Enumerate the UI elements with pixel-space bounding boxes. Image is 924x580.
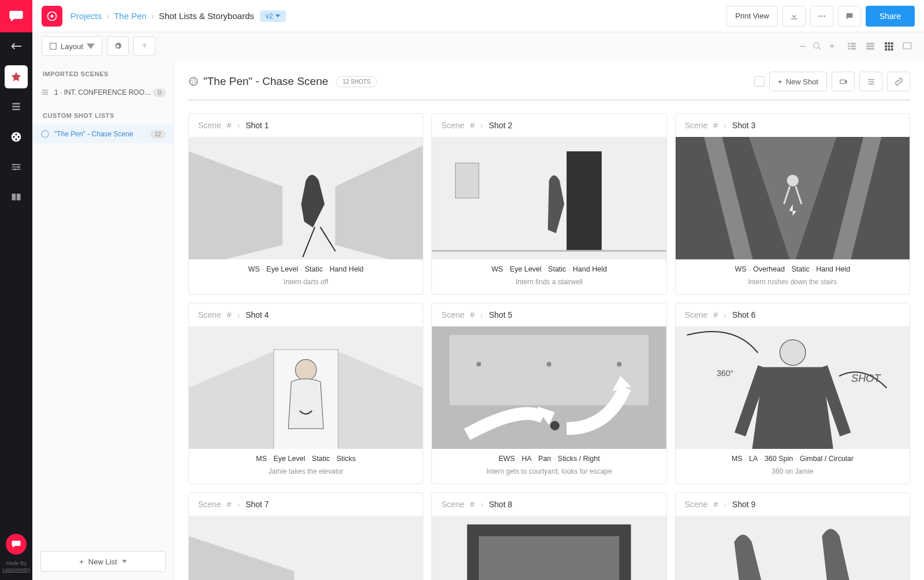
rail-item-library[interactable] — [5, 185, 28, 209]
storyboard-image[interactable] — [432, 137, 666, 259]
svg-point-25 — [295, 359, 316, 380]
shot-label: Shot 8 — [489, 500, 512, 509]
scene-hash: # — [227, 310, 232, 319]
export-button[interactable] — [783, 6, 806, 27]
storyboard-image[interactable] — [676, 516, 910, 580]
add-columns-button[interactable] — [859, 72, 882, 91]
select-all-checkbox[interactable] — [754, 76, 765, 87]
scene-label: Scene — [441, 310, 464, 319]
scene-hash: # — [227, 500, 232, 509]
chevron-down-icon — [275, 14, 280, 17]
shot-tags: MS·Eye Level·Static·Sticks — [189, 449, 423, 465]
settings-button[interactable] — [107, 36, 129, 56]
shot-description: Intern finds a stairwell — [432, 276, 666, 294]
chevron-right-icon: › — [724, 500, 726, 509]
new-shot-button[interactable]: + New Shot — [769, 72, 827, 91]
app-logo[interactable] — [0, 0, 32, 32]
storyboard-image[interactable] — [432, 326, 666, 449]
shot-card[interactable]: Scene # › Shot 2 WS·Eye Level·Static·Han… — [431, 113, 666, 295]
shot-card-header: Scene # › Shot 1 — [189, 114, 423, 137]
shot-label: Shot 9 — [732, 500, 755, 509]
shot-tags: WS·Eye Level·Static·Hand Held — [189, 259, 423, 276]
columns-icon — [867, 77, 875, 86]
shot-card-header: Scene # › Shot 6 — [676, 303, 910, 326]
chevron-down-icon — [87, 42, 95, 50]
view-list-button[interactable] — [844, 40, 859, 53]
chevron-right-icon: › — [106, 11, 109, 21]
storyboard-image[interactable] — [189, 137, 423, 259]
chevron-right-icon: › — [480, 310, 483, 319]
breadcrumb-project-name[interactable]: The Pen — [114, 11, 147, 21]
view-grid-button[interactable] — [881, 40, 896, 53]
zoom-in-button[interactable]: + — [829, 41, 835, 51]
storyboard-image[interactable] — [432, 516, 666, 580]
view-rows-button[interactable] — [863, 40, 878, 53]
new-list-button[interactable]: + New List — [40, 551, 166, 572]
scene-label: Scene — [198, 500, 221, 509]
zoom-out-button[interactable]: − — [800, 41, 806, 51]
gear-icon — [114, 42, 122, 50]
print-view-button[interactable]: Print View — [726, 6, 777, 27]
svg-rect-43 — [676, 516, 910, 580]
back-arrow-icon[interactable] — [11, 43, 21, 51]
shot-card[interactable]: Scene # › Shot 9 — [675, 492, 910, 580]
share-button[interactable]: Share — [866, 6, 915, 27]
rail-item-settings[interactable] — [5, 155, 28, 179]
view-slideshow-button[interactable] — [900, 40, 915, 53]
shot-card-header: Scene # › Shot 7 — [189, 493, 423, 516]
shot-card[interactable]: Scene # › Shot 1 WS·Eye Level·Static·Han… — [188, 113, 423, 295]
page-title: "The Pen" - Chase Scene — [188, 75, 328, 88]
more-button[interactable] — [810, 6, 833, 27]
shot-tags: WS·Eye Level·Static·Hand Held — [432, 259, 666, 276]
scene-label: Scene — [198, 310, 221, 319]
svg-point-14 — [189, 77, 198, 85]
shot-tags: WS·Overhead·Static·Hand Held — [676, 259, 910, 276]
rail-item-documents[interactable] — [5, 95, 28, 118]
svg-point-4 — [51, 14, 54, 17]
project-icon[interactable] — [42, 6, 62, 27]
imported-scenes-heading: IMPORTED SCENES — [32, 60, 174, 83]
rail-item-shotlist[interactable] — [5, 125, 28, 148]
storyboard-image[interactable] — [676, 137, 910, 259]
breadcrumb: Projects › The Pen › Shot Lists & Storyb… — [70, 11, 254, 21]
custom-list-row[interactable]: "The Pen" - Chase Scene 12 — [32, 125, 174, 143]
comments-button[interactable] — [838, 6, 861, 27]
layout-dropdown[interactable]: Layout — [42, 36, 102, 56]
chevron-right-icon: › — [724, 310, 726, 319]
svg-point-2 — [14, 169, 16, 170]
svg-text:360°: 360° — [717, 369, 733, 378]
shot-card[interactable]: Scene # › Shot 3 WS·Overhead·Static·Hand… — [675, 113, 910, 295]
storyboard-image[interactable] — [189, 326, 423, 449]
shot-card[interactable]: Scene # › Shot 6 SHOT360° MS·LA·360 Spin… — [675, 303, 910, 484]
shot-card[interactable]: Scene # › Shot 5 EWS·HA·Pan·Sticks / Rig… — [431, 303, 666, 484]
svg-rect-15 — [840, 80, 845, 83]
scene-label: Scene — [441, 500, 464, 509]
storyboard-image[interactable]: SHOT360° — [676, 326, 910, 449]
svg-point-32 — [550, 421, 560, 430]
link-icon — [895, 77, 903, 86]
view-mode-group — [844, 40, 915, 53]
storyboard-image[interactable] — [189, 516, 423, 580]
shot-description: 360 on Jamie — [676, 465, 910, 484]
camera-button[interactable] — [832, 72, 855, 91]
imported-scene-row[interactable]: 1 · INT. CONFERENCE ROOM - DAY 0 — [32, 83, 174, 102]
shot-card[interactable]: Scene # › Shot 8 — [431, 492, 666, 580]
aperture-icon — [40, 129, 50, 139]
help-bubble-icon[interactable] — [6, 534, 27, 555]
shot-label: Shot 7 — [245, 500, 269, 509]
camera-icon — [839, 77, 848, 86]
version-dropdown[interactable]: v2 — [260, 10, 286, 22]
rail-item-project[interactable] — [5, 65, 28, 88]
scene-hash: # — [227, 121, 232, 130]
svg-point-0 — [13, 163, 14, 165]
imported-scene-label: 1 · INT. CONFERENCE ROOM - DAY — [54, 88, 153, 96]
shot-label: Shot 3 — [732, 121, 755, 130]
svg-point-31 — [617, 362, 622, 366]
help-button[interactable]: ? — [133, 36, 155, 56]
shot-description: Intern rushes down the stairs — [676, 276, 910, 294]
shot-card[interactable]: Scene # › Shot 7 — [188, 492, 423, 580]
shot-card[interactable]: Scene # › Shot 4 MS·Eye Level·Static·Sti… — [188, 303, 423, 484]
link-button[interactable] — [887, 72, 910, 91]
search-icon[interactable] — [813, 42, 822, 51]
breadcrumb-projects[interactable]: Projects — [70, 11, 102, 21]
